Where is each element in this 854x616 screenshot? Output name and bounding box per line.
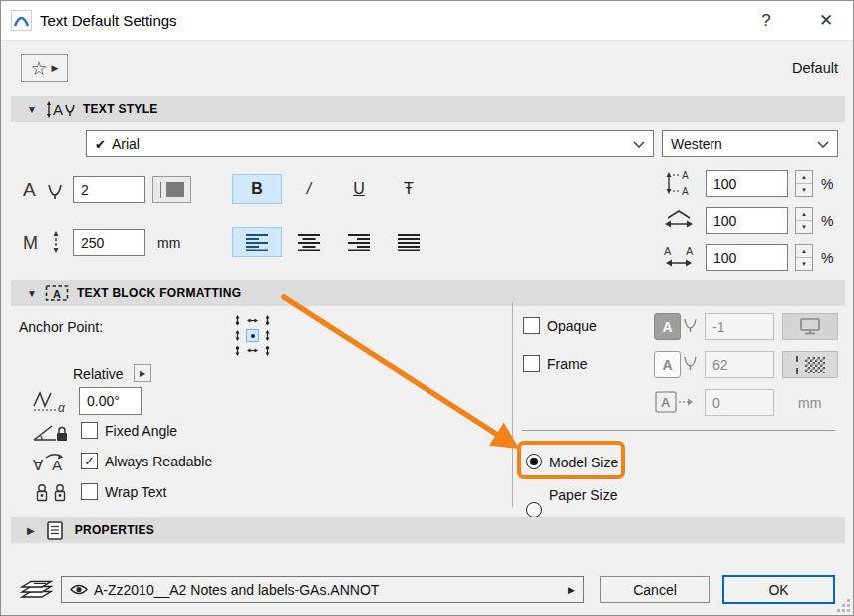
anchor-top-left[interactable] [231,314,244,327]
frame-offset-input: 0 [705,389,774,416]
character-spacing-stepper[interactable]: ▲▼ [795,244,813,271]
opaque-pen-input: -1 [705,313,774,340]
svg-text:A: A [23,179,36,200]
anchor-middle-left[interactable] [231,329,244,342]
font-script-select[interactable]: Western [662,130,838,157]
angle-input[interactable]: 0.00° [79,387,142,415]
wrap-text-icon [31,481,71,505]
font-size-input[interactable]: 2 [73,176,145,203]
frame-outline-icon: A [654,351,681,378]
cancel-button[interactable]: Cancel [600,576,710,603]
frame-pen-input: 62 [705,351,774,378]
section-header-text-style[interactable]: ▼ A TEXT STYLE [11,96,845,122]
align-justify-icon [398,234,420,251]
anchor-dot-icon [251,334,255,338]
paper-size-label: Paper Size [549,487,617,503]
svg-text:A: A [682,170,689,181]
width-factor-input[interactable]: 100 [706,207,788,234]
spin-up-icon[interactable]: ▲ [796,208,812,221]
align-center-button[interactable] [289,227,329,257]
font-family-value: Arial [112,136,627,152]
strikethrough-button[interactable]: Ŧ [387,174,430,204]
anchor-bottom-left[interactable] [231,344,244,357]
anchor-middle-right[interactable] [261,329,274,342]
width-factor-stepper[interactable]: ▲▼ [795,207,813,234]
row-height-value: 250 [81,235,104,251]
relative-flyout-button[interactable]: ▶ [134,364,151,382]
section-header-properties[interactable]: ▶ PROPERTIES [11,517,845,543]
ok-button[interactable]: OK [722,575,835,604]
svg-text:A: A [52,457,62,473]
anchor-top-center[interactable] [246,314,259,327]
favorites-button[interactable]: ☆ ▶ [21,54,68,82]
row-height-icon: M [21,229,67,255]
svg-text:α: α [58,401,66,414]
check-icon: ✔ [95,137,106,152]
frame-offset-icon: A [654,389,698,415]
spin-up-icon[interactable]: ▲ [796,245,812,258]
align-justify-button[interactable] [387,227,430,257]
row-height-input[interactable]: 250 [73,229,145,256]
layers-icon [17,575,55,603]
wrap-text-checkbox[interactable] [81,483,98,500]
width-factor-icon [662,207,696,233]
frame-checkbox[interactable] [523,355,540,372]
always-readable-icon: ∀ A [31,451,71,474]
spin-down-icon[interactable]: ▼ [796,184,812,196]
model-size-radio[interactable] [526,454,542,469]
italic-button[interactable]: / [289,174,329,204]
font-family-select[interactable]: ✔ Arial [86,130,654,157]
section-header-text-block[interactable]: ▼ A TEXT BLOCK FORMATTING [11,280,845,306]
bold-button[interactable]: B [232,174,282,204]
section-title: PROPERTIES [75,523,154,537]
close-button[interactable]: ✕ [808,8,844,34]
spin-down-icon[interactable]: ▼ [796,258,812,270]
character-spacing-input[interactable]: 100 [706,244,788,271]
frame-pattern-button [782,351,838,378]
svg-text:A: A [664,245,672,257]
collapse-arrow-icon: ▼ [27,104,37,115]
spin-up-icon[interactable]: ▲ [796,171,812,184]
chevron-down-icon [817,141,829,148]
anchor-center-selected[interactable] [246,329,259,342]
svg-text:A: A [53,288,61,300]
layer-select-button[interactable]: A-Zz2010__A2 Notes and labels-GAs.ANNOT … [61,576,584,603]
align-left-button[interactable] [232,227,282,257]
underline-button[interactable]: U [337,174,381,204]
svg-text:A: A [661,395,671,410]
dashed-line-icon [796,356,798,374]
fixed-angle-checkbox[interactable] [81,422,98,439]
row-height-unit: mm [157,235,180,251]
help-button[interactable]: ? [750,8,782,34]
opaque-checkbox[interactable] [523,317,540,334]
anchor-point-grid[interactable] [231,314,274,357]
star-icon: ☆ [31,57,48,80]
font-size-icon: A [21,176,67,202]
anchor-point-label: Anchor Point: [19,319,103,335]
pen-color-button[interactable] [152,176,191,203]
angle-value: 0.00° [87,393,120,409]
always-readable-label: Always Readable [105,454,212,469]
anchor-top-right[interactable] [261,314,274,327]
font-script-value: Western [671,136,811,152]
line-spacing-input[interactable]: 100 [706,170,788,197]
align-right-button[interactable] [337,227,381,257]
frame-offset-unit: mm [798,395,821,411]
wrap-text-label: Wrap Text [105,484,167,500]
paper-size-radio[interactable] [526,502,542,518]
fixed-angle-label: Fixed Angle [105,423,177,439]
anchor-bottom-center[interactable] [246,344,259,357]
resize-grip[interactable] [837,599,850,612]
always-readable-checkbox[interactable]: ✓ [81,453,98,469]
opaque-label: Opaque [547,318,597,334]
relative-label: Relative [73,366,124,382]
size-separator [522,430,835,431]
spin-down-icon[interactable]: ▼ [796,221,812,233]
opaque-pen-value: -1 [712,319,724,335]
anchor-bottom-right[interactable] [261,344,274,357]
text-angle-icon: α [31,387,73,415]
width-factor-unit: % [821,213,833,229]
layer-name: A-Zz2010__A2 Notes and labels-GAs.ANNOT [94,582,562,598]
collapse-arrow-icon: ▼ [27,288,37,299]
line-spacing-stepper[interactable]: ▲▼ [795,170,813,197]
